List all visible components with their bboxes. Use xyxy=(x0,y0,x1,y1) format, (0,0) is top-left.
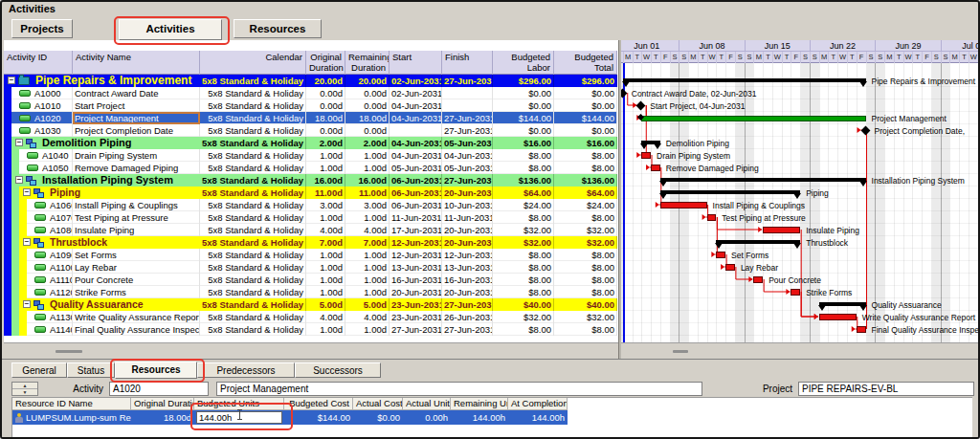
activity-bar-icon xyxy=(19,127,31,134)
column-header[interactable]: Activity Name xyxy=(73,51,200,75)
table-hscrollbar[interactable] xyxy=(4,342,618,359)
table-row[interactable]: A1050Remove Damaged Piping5x8 Standard &… xyxy=(4,162,617,174)
gantt-task-bar[interactable] xyxy=(791,289,800,296)
detail-tab-successors[interactable]: Successors xyxy=(295,362,381,378)
project-value-field[interactable]: PIPE REPAIRS-EV-BL xyxy=(798,382,974,396)
gantt-task-bar[interactable] xyxy=(857,326,866,333)
wbs-row[interactable]: Thrustblock−5x8 Standard & Holiday7.00d7… xyxy=(4,236,617,249)
table-row[interactable]: A1100Lay Rebar5x8 Standard & Holiday1.00… xyxy=(4,261,617,274)
resource-row-actual_units-cell[interactable]: 0.00h xyxy=(403,410,451,425)
table-row[interactable]: A1070Test Piping at Pressure5x8 Standard… xyxy=(4,211,617,224)
wbs-row[interactable]: Demolition Piping−5x8 Standard & Holiday… xyxy=(4,137,617,149)
detail-tab-status[interactable]: Status xyxy=(67,362,115,378)
gantt-task-bar[interactable] xyxy=(763,227,800,233)
step-down-button[interactable]: ▼ xyxy=(12,389,37,395)
column-header[interactable]: Calendar xyxy=(200,51,306,75)
table-row[interactable]: A1090Set Forms5x8 Standard & Holiday1.00… xyxy=(4,249,617,261)
gantt-summary-bar[interactable] xyxy=(660,187,800,199)
detail-tab-general[interactable]: General xyxy=(11,362,67,378)
table-row[interactable]: A1000Contract Award Date5x8 Standard & H… xyxy=(4,87,617,99)
gantt-task-bar[interactable] xyxy=(716,252,725,258)
column-header[interactable]: Start xyxy=(390,51,442,75)
resource-row-at_completion_units-cell[interactable]: 144.00h xyxy=(508,410,568,425)
table-row[interactable]: A1110Pour Concrete5x8 Standard & Holiday… xyxy=(4,274,617,286)
resource-row-remaining_units-cell[interactable]: 144.00h xyxy=(451,410,508,425)
gantt-task-bar[interactable] xyxy=(641,152,651,159)
gantt-summary-bar[interactable] xyxy=(641,137,660,149)
wbs-row[interactable]: Installation Piping System−5x8 Standard … xyxy=(4,174,617,187)
gantt-summary-bar[interactable] xyxy=(716,236,800,249)
detail-tab-predecessors[interactable]: Predecessors xyxy=(197,362,295,378)
resource-row-actual_cost-cell[interactable]: $0.00 xyxy=(353,410,403,425)
column-header[interactable]: Original Duration xyxy=(306,51,345,75)
column-header[interactable]: Finish xyxy=(442,51,493,75)
gantt-summary-bar[interactable] xyxy=(623,75,866,87)
activity-bar-icon xyxy=(19,102,31,109)
gantt-loe-bar[interactable] xyxy=(641,116,865,121)
collapse-icon[interactable]: − xyxy=(23,300,31,308)
scroll-thumb[interactable] xyxy=(56,350,82,353)
activity-finish-cell: 27-Jun-2031 xyxy=(442,323,493,336)
collapse-icon[interactable]: − xyxy=(23,188,31,196)
table-row[interactable]: A1040Drain Piping System5x8 Standard & H… xyxy=(4,149,617,162)
activity-total_cost-cell: $32.00 xyxy=(554,224,617,236)
collapse-icon[interactable]: − xyxy=(23,238,31,246)
table-row[interactable]: A1130Write Quality Assurance Report5x8 S… xyxy=(4,311,617,323)
resource-column-header[interactable]: Resource ID Name xyxy=(12,398,131,410)
gantt-hscrollbar[interactable] xyxy=(621,342,978,359)
gantt-task-bar[interactable] xyxy=(725,264,735,271)
resource-row-orig_dur-cell[interactable]: 18.00d xyxy=(131,410,194,425)
activity-bar-icon xyxy=(34,314,46,320)
column-header[interactable]: Budgeted Labor Cost xyxy=(493,51,554,75)
activity-calendar-cell: 5x8 Standard & Holiday xyxy=(200,224,306,236)
activity-id-field[interactable]: A1020 xyxy=(109,382,209,396)
gantt-task-bar[interactable] xyxy=(753,276,763,283)
collapse-icon[interactable]: − xyxy=(8,77,15,84)
resource-column-header[interactable]: Actual Units xyxy=(403,398,451,410)
activity-name-field[interactable]: Project Management xyxy=(216,382,702,396)
gantt-task-bar[interactable] xyxy=(651,165,660,171)
gantt-task-bar[interactable] xyxy=(819,314,857,320)
gantt-summary-bar[interactable] xyxy=(660,174,866,187)
resource-column-header[interactable]: Remaining Units xyxy=(451,398,508,410)
gantt-summary-bar[interactable] xyxy=(819,298,866,311)
collapse-icon[interactable]: − xyxy=(15,176,23,184)
table-row[interactable]: A1080Insulate Piping5x8 Standard & Holid… xyxy=(4,224,617,236)
tab-resources[interactable]: Resources xyxy=(234,19,322,38)
table-row[interactable]: A1120Strike Forms5x8 Standard & Holiday1… xyxy=(4,286,617,298)
resource-row-budgeted_cost-cell[interactable]: $144.00 xyxy=(284,410,353,425)
wbs-row[interactable]: Pipe Repairs & Improvement−5x8 Standard … xyxy=(4,75,617,87)
timeline-day-letter: W xyxy=(903,52,913,63)
wbs-rem_dur-cell: 7.00d xyxy=(345,236,390,249)
timeline-day-letter: W xyxy=(707,52,717,63)
resource-column-header[interactable]: At Completion Units xyxy=(508,398,568,410)
column-header[interactable]: Budgeted Total Cost xyxy=(554,51,617,75)
scroll-thumb[interactable] xyxy=(673,350,688,353)
gantt-milestone-diamond[interactable] xyxy=(621,89,627,99)
table-row[interactable]: A1010Start Project5x8 Standard & Holiday… xyxy=(4,99,617,112)
column-header[interactable]: Activity ID xyxy=(4,51,73,75)
resource-column-header[interactable]: Actual Cost xyxy=(353,398,403,410)
timeline-day-letter: S xyxy=(875,52,884,63)
gantt-milestone-diamond[interactable] xyxy=(860,126,870,136)
wbs-row[interactable]: Quality Assuarance−5x8 Standard & Holida… xyxy=(4,298,617,311)
gantt-milestone-diamond[interactable] xyxy=(636,101,646,111)
gantt-task-bar[interactable] xyxy=(660,202,707,209)
activity-orig_dur-cell: 1.00d xyxy=(306,261,345,274)
table-row[interactable]: A1140Final Quality Assurance Inspection5… xyxy=(4,323,617,336)
table-row[interactable]: A1020Project Management5x8 Standard & Ho… xyxy=(4,112,617,124)
activity-labor_cost-cell: $8.00 xyxy=(493,149,554,162)
column-header[interactable]: Remaining Duration xyxy=(345,51,390,75)
gantt-task-bar[interactable] xyxy=(707,214,717,221)
step-up-button[interactable]: ▲ xyxy=(12,383,37,389)
collapse-icon[interactable]: − xyxy=(15,139,23,146)
activity-orig_dur-cell: 18.00d xyxy=(306,112,345,124)
wbs-row[interactable]: Piping−5x8 Standard & Holiday11.00d11.00… xyxy=(4,187,617,199)
tab-projects[interactable]: Projects xyxy=(11,19,73,38)
resource-column-header[interactable]: Budgeted Cost xyxy=(284,398,353,410)
resource-row-name-cell[interactable]: LUMPSUM.Lump-sum Resource xyxy=(12,410,131,425)
table-row[interactable]: A1060Install Piping & Couplings5x8 Stand… xyxy=(4,199,617,211)
table-row[interactable]: A1030Project Completion Date5x8 Standard… xyxy=(4,124,617,137)
wbs-labor_cost-cell: $32.00 xyxy=(493,236,554,249)
resource-column-header[interactable]: Original Duration xyxy=(131,398,194,410)
